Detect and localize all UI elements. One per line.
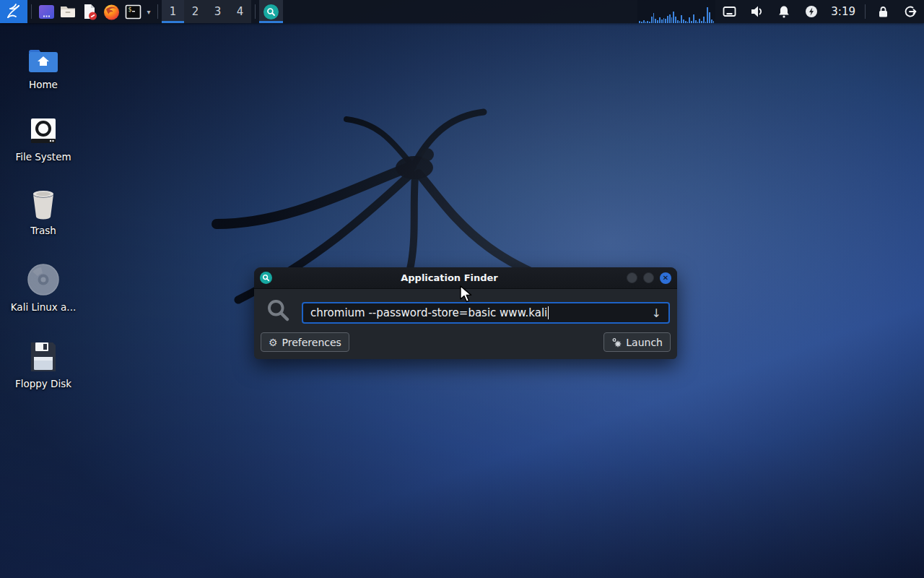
command-input[interactable]: chromium --password-store=basic www.kali…: [302, 302, 670, 324]
panel-separator: [31, 4, 32, 19]
optical-disc-icon: [27, 262, 60, 296]
launcher-terminal[interactable]: $: [122, 0, 144, 23]
minimize-button[interactable]: [627, 272, 637, 283]
launcher-show-desktop[interactable]: [35, 0, 57, 23]
panel-clock[interactable]: 3:19: [825, 0, 861, 23]
desktop-icon-kali-cd[interactable]: Kali Linux a...: [9, 262, 78, 313]
desktop-icon-trash[interactable]: Trash: [9, 185, 78, 236]
gear-icon: ⚙: [269, 337, 278, 348]
desktop-icon-label: Kali Linux a...: [11, 301, 77, 313]
volume-tray-icon[interactable]: [743, 0, 770, 23]
search-icon: [266, 298, 292, 324]
launch-label: Launch: [626, 337, 663, 348]
desktop-icon-home[interactable]: Home: [9, 39, 78, 90]
power-manager-tray-icon[interactable]: [798, 0, 825, 23]
text-editor-icon: [80, 2, 99, 21]
mouse-cursor: [459, 285, 475, 304]
home-folder-icon: [27, 39, 59, 74]
workspace-2[interactable]: 2: [184, 0, 206, 23]
desktop-icon-label: Home: [29, 79, 58, 90]
lock-screen-button[interactable]: [869, 0, 897, 23]
file-manager-icon: [58, 2, 77, 21]
finder-window-title: Application Finder: [272, 272, 627, 283]
finder-actions-row: ⚙ Preferences Launch: [254, 332, 677, 352]
applications-menu-button[interactable]: [0, 0, 27, 23]
panel-spacer: [283, 0, 637, 23]
trash-icon: [29, 185, 58, 220]
workspace-4[interactable]: 4: [229, 0, 251, 23]
desktop-icon-label: Trash: [30, 225, 56, 236]
notifications-tray-icon[interactable]: [770, 0, 798, 23]
application-finder-icon: [263, 4, 279, 20]
preferences-button[interactable]: ⚙ Preferences: [261, 332, 349, 352]
launcher-firefox[interactable]: [100, 0, 122, 23]
launch-button[interactable]: Launch: [603, 332, 671, 352]
dropdown-arrow-icon[interactable]: ↓: [652, 306, 661, 320]
logout-button[interactable]: [897, 0, 924, 23]
launcher-file-manager[interactable]: [57, 0, 79, 23]
show-desktop-icon: [38, 3, 56, 21]
terminal-dropdown-chevron[interactable]: ▾: [144, 0, 154, 23]
floppy-disk-icon: [28, 338, 58, 373]
drive-icon: [28, 111, 58, 146]
application-finder-window: Application Finder ✕ chromium --password…: [254, 267, 677, 359]
firefox-icon: [103, 3, 121, 21]
xfce-top-panel: $ ▾ 1 2 3 4: [0, 0, 924, 23]
window-controls: ✕: [627, 272, 671, 284]
desktop-icon-floppy[interactable]: Floppy Disk: [9, 338, 78, 389]
svg-text:$: $: [128, 7, 131, 13]
launcher-text-editor[interactable]: [79, 0, 100, 23]
text-caret: [548, 306, 549, 319]
desktop-icon-label: Floppy Disk: [15, 378, 71, 389]
preferences-label: Preferences: [282, 337, 341, 348]
taskbar-application-finder[interactable]: [259, 0, 283, 23]
finder-window-icon: [260, 272, 272, 284]
terminal-icon: $: [124, 3, 142, 21]
kali-dragon-icon: [5, 3, 22, 20]
panel-separator: [255, 4, 256, 19]
network-tray-icon[interactable]: [715, 0, 743, 23]
workspace-3[interactable]: 3: [206, 0, 229, 23]
cpu-graph-widget[interactable]: [637, 0, 715, 23]
command-text: chromium --password-store=basic www.kali: [310, 306, 547, 319]
panel-separator: [865, 4, 866, 19]
desktop-icon-file-system[interactable]: File System: [9, 111, 78, 163]
panel-separator: [157, 4, 158, 19]
maximize-button[interactable]: [643, 272, 654, 283]
close-button[interactable]: ✕: [660, 272, 671, 284]
launch-icon: [611, 337, 622, 348]
desktop-icon-label: File System: [15, 151, 71, 163]
workspace-1[interactable]: 1: [162, 0, 184, 23]
